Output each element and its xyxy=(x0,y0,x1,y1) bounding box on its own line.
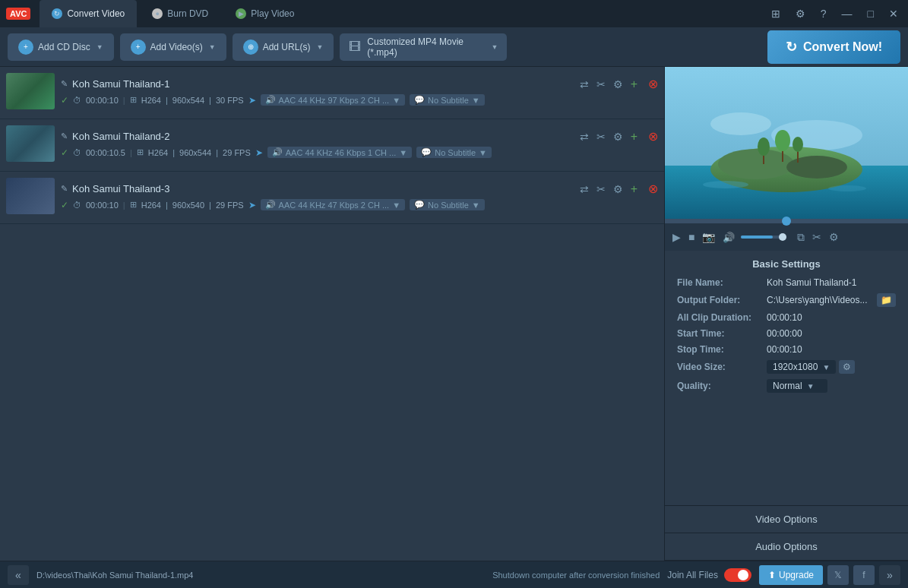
sync-icon-1[interactable]: ⇄ xyxy=(580,78,589,90)
playback-slider[interactable] xyxy=(665,219,908,223)
remove-icon-2[interactable]: ⊗ xyxy=(648,129,658,144)
video-thumb-1 xyxy=(6,73,55,109)
audio-selector-3[interactable]: 🔊 AAC 44 KHz 47 Kbps 2 CH ... ▼ xyxy=(261,199,405,210)
add-icon-1[interactable]: + xyxy=(631,77,637,91)
cut-icon-2[interactable]: ✂ xyxy=(596,131,606,143)
settings-icon-2[interactable]: ⚙ xyxy=(613,131,623,143)
convert-label: Convert Now! xyxy=(803,40,882,54)
res-3: 960x540 xyxy=(172,201,204,210)
sync-icon-2[interactable]: ⇄ xyxy=(580,131,589,143)
quality-label: Quality: xyxy=(677,381,761,391)
nav-prev-button[interactable]: « xyxy=(8,565,29,585)
settings-icon[interactable]: ⚙ xyxy=(792,6,809,21)
edit-icon-1[interactable]: ✎ xyxy=(61,79,68,89)
check-2[interactable]: ✓ xyxy=(61,147,68,158)
file-name-row: File Name: Koh Samui Thailand-1 xyxy=(677,277,896,288)
join-all-toggle[interactable] xyxy=(724,568,751,582)
cut-icon-1[interactable]: ✂ xyxy=(596,78,606,90)
subtitle-selector-1[interactable]: 💬 No Subtitle ▼ xyxy=(410,94,485,106)
play-button[interactable]: ▶ xyxy=(671,229,682,245)
check-1[interactable]: ✓ xyxy=(61,95,68,106)
nav-next-button[interactable]: » xyxy=(879,565,900,585)
check-3[interactable]: ✓ xyxy=(61,200,68,210)
codec-3: H264 xyxy=(141,201,161,210)
close-icon[interactable]: ✕ xyxy=(885,6,902,21)
cut-icon-3[interactable]: ✂ xyxy=(596,183,606,195)
start-time-row: Start Time: 00:00:00 xyxy=(677,328,896,339)
add-url-icon: ⊕ xyxy=(243,40,258,55)
format-selector[interactable]: 🎞 Customized MP4 Movie (*.mp4) ▼ xyxy=(340,33,507,61)
maximize-icon[interactable]: □ xyxy=(864,6,878,21)
add-icon-3[interactable]: + xyxy=(631,182,637,196)
arrow-2: ➤ xyxy=(255,147,263,158)
add-video-icon: + xyxy=(131,40,146,55)
subtitle-selector-2[interactable]: 💬 No Subtitle ▼ xyxy=(416,147,492,158)
facebook-button[interactable]: f xyxy=(853,565,875,585)
settings-icon-3[interactable]: ⚙ xyxy=(613,183,623,195)
copy-button[interactable]: ⧉ xyxy=(796,229,806,245)
add-cd-arrow: ▼ xyxy=(96,43,103,51)
scissors-button[interactable]: ✂ xyxy=(811,229,823,245)
start-time-value: 00:00:00 xyxy=(767,328,896,339)
codec-icon-3: ⊞ xyxy=(130,200,137,210)
audio-selector-2[interactable]: 🔊 AAC 44 KHz 46 Kbps 1 CH ... ▼ xyxy=(267,147,412,158)
video-size-dropdown[interactable]: 1920x1080 ▼ xyxy=(767,360,836,374)
add-cd-button[interactable]: + Add CD Disc ▼ xyxy=(8,33,114,61)
grid-icon[interactable]: ⊞ xyxy=(767,6,784,21)
quality-dropdown[interactable]: Normal ▼ xyxy=(767,379,827,393)
add-video-arrow: ▼ xyxy=(209,43,216,51)
remove-icon-1[interactable]: ⊗ xyxy=(648,77,658,91)
codec-1: H264 xyxy=(141,96,161,105)
volume-slider[interactable] xyxy=(741,236,786,239)
svg-point-10 xyxy=(775,130,790,151)
basic-settings-title: Basic Settings xyxy=(677,258,896,270)
settings-icon-1[interactable]: ⚙ xyxy=(613,78,623,90)
tab-play[interactable]: ▶ Play Video xyxy=(223,0,306,27)
file-name-label: File Name: xyxy=(677,277,761,288)
edit-icon-2[interactable]: ✎ xyxy=(61,131,68,141)
stop-button[interactable]: ■ xyxy=(687,229,696,245)
subtitle-selector-3[interactable]: 💬 No Subtitle ▼ xyxy=(410,199,485,210)
add-video-button[interactable]: + Add Video(s) ▼ xyxy=(120,33,226,61)
help-icon[interactable]: ? xyxy=(817,6,830,21)
audio-selector-1[interactable]: 🔊 AAC 44 KHz 97 Kbps 2 CH ... ▼ xyxy=(261,94,405,106)
twitter-button[interactable]: 𝕏 xyxy=(827,565,849,585)
minimize-icon[interactable]: — xyxy=(838,6,856,21)
add-icon-2[interactable]: + xyxy=(631,130,637,144)
browse-folder-button[interactable]: 📁 xyxy=(877,293,896,307)
convert-now-button[interactable]: ↻ Convert Now! xyxy=(767,30,900,64)
join-all-label: Join All Files xyxy=(667,570,718,580)
svg-point-8 xyxy=(758,138,770,156)
tab-burn[interactable]: ● Burn DVD xyxy=(140,0,220,27)
film-icon: 🎞 xyxy=(349,40,361,54)
more-button[interactable]: ⚙ xyxy=(827,229,840,245)
preview-image xyxy=(665,67,908,219)
join-all-container: Join All Files xyxy=(667,568,751,582)
video-size-settings-button[interactable]: ⚙ xyxy=(839,360,855,374)
audio-1: AAC 44 KHz 97 Kbps 2 CH ... xyxy=(279,96,390,105)
svg-point-14 xyxy=(828,185,866,191)
subtitle-3: No Subtitle xyxy=(428,201,469,210)
video-options-row[interactable]: Video Options xyxy=(665,506,908,533)
slider-thumb xyxy=(782,217,791,226)
convert-icon: ↻ xyxy=(786,39,797,55)
play-tab-icon: ▶ xyxy=(236,8,246,19)
video-size-arrow: ▼ xyxy=(822,363,830,371)
toggle-knob xyxy=(738,570,748,580)
upgrade-icon: ⬆ xyxy=(768,570,776,580)
add-url-button[interactable]: ⊕ Add URL(s) ▼ xyxy=(233,33,334,61)
codec-icon-2: ⊞ xyxy=(137,147,144,157)
stop-time-row: Stop Time: 00:00:10 xyxy=(677,344,896,355)
sync-icon-3[interactable]: ⇄ xyxy=(580,183,589,195)
snapshot-button[interactable]: 📷 xyxy=(701,229,717,245)
file-name-value: Koh Samui Thailand-1 xyxy=(767,277,896,288)
volume-fill xyxy=(741,236,773,239)
video-name-1: Koh Samui Thailand-1 xyxy=(72,78,169,90)
edit-icon-3[interactable]: ✎ xyxy=(61,184,68,194)
tab-convert[interactable]: ↻ Convert Video xyxy=(40,0,137,27)
remove-icon-3[interactable]: ⊗ xyxy=(648,182,658,196)
volume-button[interactable]: 🔊 xyxy=(721,230,736,245)
upgrade-button[interactable]: ⬆ Upgrade xyxy=(759,565,823,585)
audio-options-row[interactable]: Audio Options xyxy=(665,533,908,561)
tab-convert-label: Convert Video xyxy=(67,8,125,19)
